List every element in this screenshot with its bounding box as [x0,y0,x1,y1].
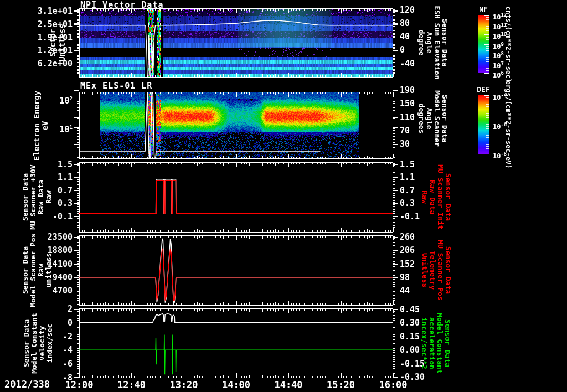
axis-label-right-mu-scanner-30v-line: Sensor Data [444,158,451,236]
axis-label-right-model-constant: Sensor DataModel Constantaccelerationinc… [420,305,451,382]
axis-label-right-model-scanner-pos-line: MU Scanner Pos [436,231,444,310]
axis-label-left-npi-vector-data-line: Sector [48,4,57,81]
axis-label-right-model-scanner-pos-line: Telemetry [428,231,436,310]
panel-box-model-scanner-pos [80,236,393,306]
axis-label-left-model-scanner-pos-line: Raw [37,231,44,310]
axis-label-left-model-scanner-pos: Sensor DataModel Scanner PosRawunitless [21,231,52,310]
x-tick-label: 12:40 [112,379,151,390]
colorbar-major-tick [484,15,489,16]
colorbar-major-tick [484,34,489,35]
axis-label-right-model-constant-line: Sensor Data [444,305,451,382]
series-model-constant-0 [79,314,393,323]
axis-label-left-model-constant: Sensor DataModel Constantvelocityindex/s… [23,305,54,382]
x-tick-label: 14:00 [217,379,256,390]
axis-label-left-mex-els-01-lr: Electron EnergyeV [32,89,49,163]
axis-label-right-model-constant-line: acceleration [428,305,436,382]
axis-label-right-mex-els-01-lr: Sensor DataModel ScannerAngledegrees [417,81,448,156]
colorbar-title: DEF [473,85,493,94]
axis-label-right-model-constant-line: incex/sec**2 [420,305,428,382]
axis-label-right-mu-scanner-30v-line: Raw [420,158,428,236]
colorbar-title: NF [473,5,493,13]
x-tick-label: 13:20 [164,379,203,390]
panel-ticks-model-constant [74,309,398,378]
axis-label-right-mu-scanner-30v-line: MU Scanner Init [436,158,444,236]
panel-title-els: MEx ELS-01 LR [80,81,152,91]
axis-label-left-mex-els-01-lr-line: eV [40,89,49,163]
axis-label-left-mu-scanner-30v-line: Raw Data [37,158,44,236]
colorbar-major-tick [484,44,489,45]
axis-label-left-model-scanner-pos-line: unitless [44,231,52,310]
axis-label-left-mu-scanner-30v-line: Raw [44,158,52,236]
x-tick-label: 15:20 [322,379,360,390]
axis-label-left-model-constant-line: Sensor Data [23,305,30,382]
panel-ticks-mu-scanner-30v [74,163,398,232]
axis-label-right-npi-vector-data-line: Sensor Data [440,4,448,81]
axis-label-right-npi-vector-data-line: Angle [425,4,432,81]
els-spectrogram-image [79,92,393,159]
colorbar-units: ergs/(cm**2-sr-sec-eV) [504,75,512,174]
x-tick-label: 16:00 [374,379,413,390]
series-model-scanner-pos-0 [79,239,393,303]
axis-label-left-model-scanner-pos-line: Model Scanner Pos [29,231,37,310]
colorbar-major-tick [484,154,489,154]
x-tick-label: 14:40 [269,379,308,390]
axis-label-left-mu-scanner-30v: Sensor DataMU Scanner +30VRaw DataRaw [21,158,52,236]
axis-label-right-mu-scanner-30v-line: Raw Data [428,158,436,236]
colorbar-major-tick [484,25,489,25]
axis-label-right-npi-vector-data: Sensor DataESH Sun ElevationAngledegree [417,4,448,81]
colorbar-major-tick [484,54,489,54]
axis-label-left-mex-els-01-lr-line: Electron Energy [32,89,40,163]
axis-label-right-mex-els-01-lr-line: degrees [417,81,425,156]
axis-label-right-npi-vector-data-line: degree [417,4,425,81]
colorbar-major-tick [484,125,489,125]
series-mu-scanner-30v-1 [79,180,393,213]
axis-label-left-mu-scanner-30v-line: Sensor Data [21,158,29,236]
axis-label-right-mex-els-01-lr-line: Model Scanner [432,81,440,156]
plot-screen: NF101210111010109108107106cnts/(cm**2-sr… [0,0,567,392]
panel-title-npi: NPI Vector Data [80,0,163,10]
series-model-constant-1 [79,335,393,375]
panel-box-model-constant [80,309,393,378]
axis-label-right-mex-els-01-lr-line: Angle [425,81,432,156]
npi-spectrogram-image [79,8,393,78]
axis-label-right-model-scanner-pos-line: Sensor Data [444,231,451,310]
date-label: 2012/338 [4,379,71,390]
axis-label-left-model-constant-line: Model Constant [30,305,38,382]
axis-label-right-mu-scanner-30v: Sensor DataMU Scanner InitRaw DataRaw [420,158,451,236]
axis-label-left-mu-scanner-30v-line: MU Scanner +30V [29,158,37,236]
axis-label-left-model-constant-line: index/sec [46,305,54,382]
colorbar-major-tick [484,95,489,96]
panel-ticks-model-scanner-pos [74,236,398,305]
axis-label-left-model-scanner-pos-line: Sensor Data [21,231,29,310]
panel-box-mu-scanner-30v [80,163,393,233]
axis-label-left-npi-vector-data: SectorUnitless [48,4,66,81]
axis-label-right-npi-vector-data-line: ESH Sun Elevation [432,4,440,81]
axis-label-right-model-scanner-pos-line: Unitless [420,231,428,310]
axis-label-right-mex-els-01-lr-line: Sensor Data [440,81,448,156]
series-mu-scanner-30v-0 [79,179,393,213]
axis-label-right-model-scanner-pos: Sensor DataMU Scanner PosTelemetryUnitle… [420,231,451,310]
axis-label-right-model-constant-line: Model Constant [436,305,444,382]
axis-label-left-model-constant-line: velocity [38,305,46,382]
axis-label-left-npi-vector-data-line: Unitless [57,4,66,81]
colorbar-major-tick [484,64,489,64]
series-model-scanner-pos-1 [79,249,393,301]
colorbar-major-tick [484,73,489,74]
